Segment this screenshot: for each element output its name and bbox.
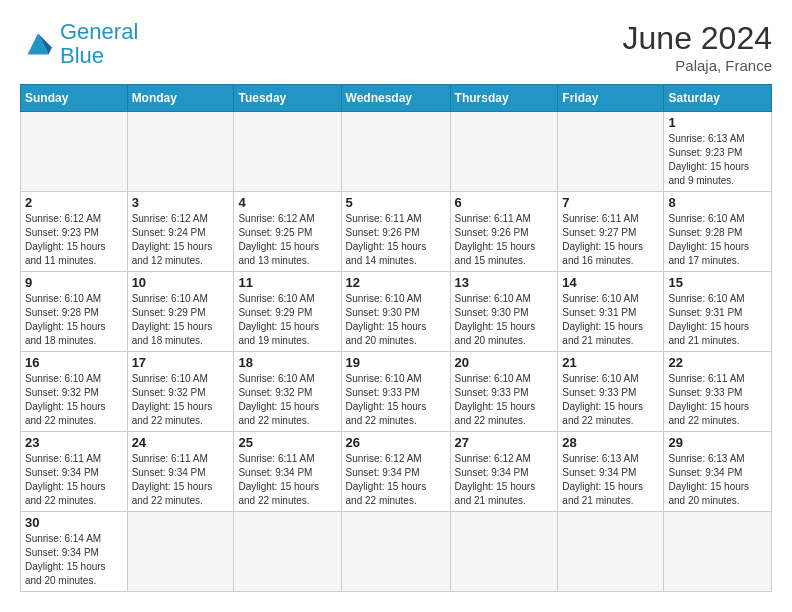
calendar-cell: 12Sunrise: 6:10 AM Sunset: 9:30 PM Dayli…: [341, 272, 450, 352]
col-wednesday: Wednesday: [341, 85, 450, 112]
calendar-cell: [127, 112, 234, 192]
day-number: 4: [238, 195, 336, 210]
calendar-table: Sunday Monday Tuesday Wednesday Thursday…: [20, 84, 772, 592]
calendar-cell: [341, 512, 450, 592]
calendar-cell: 28Sunrise: 6:13 AM Sunset: 9:34 PM Dayli…: [558, 432, 664, 512]
day-number: 15: [668, 275, 767, 290]
calendar-cell: 17Sunrise: 6:10 AM Sunset: 9:32 PM Dayli…: [127, 352, 234, 432]
day-info: Sunrise: 6:11 AM Sunset: 9:26 PM Dayligh…: [346, 212, 446, 268]
day-info: Sunrise: 6:12 AM Sunset: 9:24 PM Dayligh…: [132, 212, 230, 268]
title-block: June 2024 Palaja, France: [623, 20, 772, 74]
calendar-cell: 27Sunrise: 6:12 AM Sunset: 9:34 PM Dayli…: [450, 432, 558, 512]
day-number: 21: [562, 355, 659, 370]
calendar-cell: 15Sunrise: 6:10 AM Sunset: 9:31 PM Dayli…: [664, 272, 772, 352]
day-number: 14: [562, 275, 659, 290]
day-number: 10: [132, 275, 230, 290]
day-number: 9: [25, 275, 123, 290]
day-info: Sunrise: 6:10 AM Sunset: 9:30 PM Dayligh…: [455, 292, 554, 348]
day-info: Sunrise: 6:11 AM Sunset: 9:33 PM Dayligh…: [668, 372, 767, 428]
calendar-cell: 16Sunrise: 6:10 AM Sunset: 9:32 PM Dayli…: [21, 352, 128, 432]
calendar-cell: [450, 512, 558, 592]
day-info: Sunrise: 6:13 AM Sunset: 9:34 PM Dayligh…: [668, 452, 767, 508]
day-number: 29: [668, 435, 767, 450]
day-info: Sunrise: 6:13 AM Sunset: 9:34 PM Dayligh…: [562, 452, 659, 508]
calendar-cell: 26Sunrise: 6:12 AM Sunset: 9:34 PM Dayli…: [341, 432, 450, 512]
day-number: 20: [455, 355, 554, 370]
day-info: Sunrise: 6:10 AM Sunset: 9:33 PM Dayligh…: [455, 372, 554, 428]
day-number: 25: [238, 435, 336, 450]
day-info: Sunrise: 6:13 AM Sunset: 9:23 PM Dayligh…: [668, 132, 767, 188]
day-info: Sunrise: 6:11 AM Sunset: 9:34 PM Dayligh…: [25, 452, 123, 508]
day-number: 17: [132, 355, 230, 370]
calendar-cell: 3Sunrise: 6:12 AM Sunset: 9:24 PM Daylig…: [127, 192, 234, 272]
calendar-week-row: 1Sunrise: 6:13 AM Sunset: 9:23 PM Daylig…: [21, 112, 772, 192]
day-info: Sunrise: 6:10 AM Sunset: 9:29 PM Dayligh…: [132, 292, 230, 348]
day-number: 2: [25, 195, 123, 210]
calendar-cell: 30Sunrise: 6:14 AM Sunset: 9:34 PM Dayli…: [21, 512, 128, 592]
logo-general: General: [60, 19, 138, 44]
day-info: Sunrise: 6:10 AM Sunset: 9:31 PM Dayligh…: [562, 292, 659, 348]
day-info: Sunrise: 6:10 AM Sunset: 9:33 PM Dayligh…: [562, 372, 659, 428]
calendar-cell: [234, 512, 341, 592]
day-info: Sunrise: 6:11 AM Sunset: 9:27 PM Dayligh…: [562, 212, 659, 268]
calendar-cell: 4Sunrise: 6:12 AM Sunset: 9:25 PM Daylig…: [234, 192, 341, 272]
day-number: 16: [25, 355, 123, 370]
calendar-cell: 6Sunrise: 6:11 AM Sunset: 9:26 PM Daylig…: [450, 192, 558, 272]
col-saturday: Saturday: [664, 85, 772, 112]
day-number: 27: [455, 435, 554, 450]
day-info: Sunrise: 6:11 AM Sunset: 9:34 PM Dayligh…: [132, 452, 230, 508]
calendar-cell: [450, 112, 558, 192]
day-number: 1: [668, 115, 767, 130]
calendar-week-row: 2Sunrise: 6:12 AM Sunset: 9:23 PM Daylig…: [21, 192, 772, 272]
day-number: 19: [346, 355, 446, 370]
day-number: 11: [238, 275, 336, 290]
day-number: 28: [562, 435, 659, 450]
day-info: Sunrise: 6:10 AM Sunset: 9:30 PM Dayligh…: [346, 292, 446, 348]
col-sunday: Sunday: [21, 85, 128, 112]
calendar-cell: 18Sunrise: 6:10 AM Sunset: 9:32 PM Dayli…: [234, 352, 341, 432]
logo: General Blue: [20, 20, 138, 68]
calendar-cell: [664, 512, 772, 592]
calendar-cell: [558, 112, 664, 192]
day-info: Sunrise: 6:10 AM Sunset: 9:28 PM Dayligh…: [25, 292, 123, 348]
calendar-week-row: 9Sunrise: 6:10 AM Sunset: 9:28 PM Daylig…: [21, 272, 772, 352]
calendar-cell: 25Sunrise: 6:11 AM Sunset: 9:34 PM Dayli…: [234, 432, 341, 512]
day-info: Sunrise: 6:12 AM Sunset: 9:25 PM Dayligh…: [238, 212, 336, 268]
day-info: Sunrise: 6:10 AM Sunset: 9:31 PM Dayligh…: [668, 292, 767, 348]
day-info: Sunrise: 6:14 AM Sunset: 9:34 PM Dayligh…: [25, 532, 123, 588]
calendar-cell: [234, 112, 341, 192]
day-info: Sunrise: 6:12 AM Sunset: 9:23 PM Dayligh…: [25, 212, 123, 268]
calendar-cell: 7Sunrise: 6:11 AM Sunset: 9:27 PM Daylig…: [558, 192, 664, 272]
calendar-cell: 14Sunrise: 6:10 AM Sunset: 9:31 PM Dayli…: [558, 272, 664, 352]
calendar-cell: 2Sunrise: 6:12 AM Sunset: 9:23 PM Daylig…: [21, 192, 128, 272]
day-number: 7: [562, 195, 659, 210]
calendar-cell: 10Sunrise: 6:10 AM Sunset: 9:29 PM Dayli…: [127, 272, 234, 352]
day-number: 18: [238, 355, 336, 370]
day-info: Sunrise: 6:10 AM Sunset: 9:32 PM Dayligh…: [25, 372, 123, 428]
day-number: 6: [455, 195, 554, 210]
logo-text: General Blue: [60, 20, 138, 68]
col-monday: Monday: [127, 85, 234, 112]
day-number: 30: [25, 515, 123, 530]
calendar-week-row: 30Sunrise: 6:14 AM Sunset: 9:34 PM Dayli…: [21, 512, 772, 592]
calendar-cell: 22Sunrise: 6:11 AM Sunset: 9:33 PM Dayli…: [664, 352, 772, 432]
calendar-cell: 21Sunrise: 6:10 AM Sunset: 9:33 PM Dayli…: [558, 352, 664, 432]
calendar-cell: 11Sunrise: 6:10 AM Sunset: 9:29 PM Dayli…: [234, 272, 341, 352]
day-info: Sunrise: 6:10 AM Sunset: 9:33 PM Dayligh…: [346, 372, 446, 428]
calendar-cell: 20Sunrise: 6:10 AM Sunset: 9:33 PM Dayli…: [450, 352, 558, 432]
day-number: 5: [346, 195, 446, 210]
calendar-cell: [21, 112, 128, 192]
calendar-header-row: Sunday Monday Tuesday Wednesday Thursday…: [21, 85, 772, 112]
day-number: 8: [668, 195, 767, 210]
day-info: Sunrise: 6:10 AM Sunset: 9:32 PM Dayligh…: [238, 372, 336, 428]
location-label: Palaja, France: [623, 57, 772, 74]
calendar-cell: 5Sunrise: 6:11 AM Sunset: 9:26 PM Daylig…: [341, 192, 450, 272]
calendar-cell: [558, 512, 664, 592]
month-year-title: June 2024: [623, 20, 772, 57]
day-info: Sunrise: 6:10 AM Sunset: 9:28 PM Dayligh…: [668, 212, 767, 268]
day-info: Sunrise: 6:10 AM Sunset: 9:29 PM Dayligh…: [238, 292, 336, 348]
col-thursday: Thursday: [450, 85, 558, 112]
calendar-week-row: 16Sunrise: 6:10 AM Sunset: 9:32 PM Dayli…: [21, 352, 772, 432]
col-friday: Friday: [558, 85, 664, 112]
day-number: 22: [668, 355, 767, 370]
